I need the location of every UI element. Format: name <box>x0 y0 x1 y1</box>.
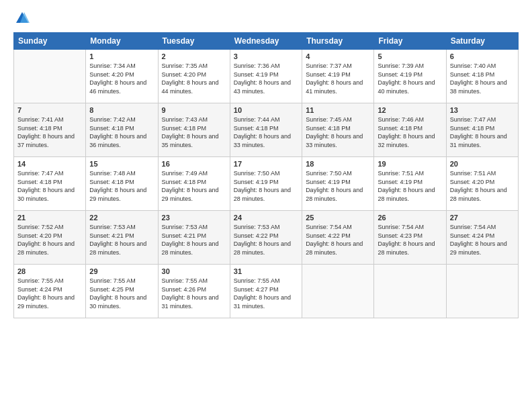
day-number: 3 <box>234 52 298 60</box>
day-number: 2 <box>162 52 226 60</box>
calendar-cell: 6Sunrise: 7:40 AMSunset: 4:18 PMDaylight… <box>446 50 518 103</box>
calendar-cell: 11Sunrise: 7:45 AMSunset: 4:18 PMDayligh… <box>302 103 374 157</box>
cell-info: Sunrise: 7:55 AMSunset: 4:26 PMDaylight:… <box>162 277 226 310</box>
day-header-thursday: Thursday <box>302 33 374 50</box>
calendar-cell: 19Sunrise: 7:51 AMSunset: 4:19 PMDayligh… <box>374 157 446 211</box>
calendar-cell: 8Sunrise: 7:42 AMSunset: 4:18 PMDaylight… <box>86 103 158 157</box>
calendar-cell: 2Sunrise: 7:35 AMSunset: 4:20 PMDaylight… <box>158 50 230 103</box>
cell-info: Sunrise: 7:50 AMSunset: 4:19 PMDaylight:… <box>306 169 370 203</box>
calendar-cell: 23Sunrise: 7:53 AMSunset: 4:21 PMDayligh… <box>158 211 230 265</box>
cell-info: Sunrise: 7:51 AMSunset: 4:20 PMDaylight:… <box>450 169 515 203</box>
day-number: 16 <box>162 160 226 168</box>
calendar-cell: 21Sunrise: 7:52 AMSunset: 4:20 PMDayligh… <box>14 211 86 265</box>
day-header-tuesday: Tuesday <box>158 33 230 50</box>
day-number: 6 <box>450 52 515 60</box>
logo-icon <box>15 11 30 26</box>
cell-info: Sunrise: 7:52 AMSunset: 4:20 PMDaylight:… <box>17 223 82 257</box>
day-header-friday: Friday <box>374 33 446 50</box>
day-number: 28 <box>17 267 82 275</box>
cell-info: Sunrise: 7:54 AMSunset: 4:24 PMDaylight:… <box>450 223 515 257</box>
calendar-cell: 10Sunrise: 7:44 AMSunset: 4:18 PMDayligh… <box>230 103 302 157</box>
calendar-cell <box>446 265 518 318</box>
day-number: 18 <box>306 160 370 168</box>
calendar-cell: 3Sunrise: 7:36 AMSunset: 4:19 PMDaylight… <box>230 50 302 103</box>
logo <box>13 11 30 26</box>
day-number: 4 <box>306 52 370 60</box>
day-number: 9 <box>162 106 226 114</box>
week-row-3: 21Sunrise: 7:52 AMSunset: 4:20 PMDayligh… <box>14 211 519 265</box>
calendar-cell: 25Sunrise: 7:54 AMSunset: 4:22 PMDayligh… <box>302 211 374 265</box>
calendar-cell: 24Sunrise: 7:53 AMSunset: 4:22 PMDayligh… <box>230 211 302 265</box>
cell-info: Sunrise: 7:34 AMSunset: 4:20 PMDaylight:… <box>89 62 154 95</box>
calendar-cell: 29Sunrise: 7:55 AMSunset: 4:25 PMDayligh… <box>86 265 158 318</box>
day-header-monday: Monday <box>86 33 158 50</box>
calendar-cell: 31Sunrise: 7:55 AMSunset: 4:27 PMDayligh… <box>230 265 302 318</box>
cell-info: Sunrise: 7:43 AMSunset: 4:18 PMDaylight:… <box>162 116 226 149</box>
day-number: 10 <box>234 106 298 114</box>
cell-info: Sunrise: 7:53 AMSunset: 4:21 PMDaylight:… <box>162 223 226 257</box>
cell-info: Sunrise: 7:41 AMSunset: 4:18 PMDaylight:… <box>17 116 82 149</box>
calendar-cell <box>374 265 446 318</box>
day-number: 8 <box>89 106 154 114</box>
cell-info: Sunrise: 7:37 AMSunset: 4:19 PMDaylight:… <box>306 62 370 95</box>
week-row-4: 28Sunrise: 7:55 AMSunset: 4:24 PMDayligh… <box>14 265 519 318</box>
cell-info: Sunrise: 7:55 AMSunset: 4:27 PMDaylight:… <box>234 277 298 310</box>
cell-info: Sunrise: 7:40 AMSunset: 4:18 PMDaylight:… <box>450 62 515 95</box>
day-number: 14 <box>17 160 82 168</box>
calendar-cell: 5Sunrise: 7:39 AMSunset: 4:19 PMDaylight… <box>374 50 446 103</box>
day-number: 11 <box>306 106 370 114</box>
cell-info: Sunrise: 7:39 AMSunset: 4:19 PMDaylight:… <box>378 62 442 95</box>
day-number: 24 <box>234 214 298 222</box>
cell-info: Sunrise: 7:36 AMSunset: 4:19 PMDaylight:… <box>234 62 298 95</box>
day-number: 5 <box>378 52 442 60</box>
week-row-0: 1Sunrise: 7:34 AMSunset: 4:20 PMDaylight… <box>14 50 519 103</box>
day-number: 21 <box>17 214 82 222</box>
cell-info: Sunrise: 7:54 AMSunset: 4:23 PMDaylight:… <box>378 223 442 257</box>
day-number: 29 <box>89 267 154 275</box>
calendar-cell: 16Sunrise: 7:49 AMSunset: 4:18 PMDayligh… <box>158 157 230 211</box>
day-number: 7 <box>17 106 82 114</box>
day-number: 20 <box>450 160 515 168</box>
day-number: 27 <box>450 214 515 222</box>
calendar-cell <box>14 50 86 103</box>
calendar-cell: 7Sunrise: 7:41 AMSunset: 4:18 PMDaylight… <box>14 103 86 157</box>
calendar-cell: 30Sunrise: 7:55 AMSunset: 4:26 PMDayligh… <box>158 265 230 318</box>
cell-info: Sunrise: 7:45 AMSunset: 4:18 PMDaylight:… <box>306 116 370 149</box>
calendar: SundayMondayTuesdayWednesdayThursdayFrid… <box>13 32 519 318</box>
cell-info: Sunrise: 7:53 AMSunset: 4:22 PMDaylight:… <box>234 223 298 257</box>
day-number: 1 <box>89 52 154 60</box>
cell-info: Sunrise: 7:51 AMSunset: 4:19 PMDaylight:… <box>378 169 442 203</box>
calendar-cell: 4Sunrise: 7:37 AMSunset: 4:19 PMDaylight… <box>302 50 374 103</box>
calendar-cell: 26Sunrise: 7:54 AMSunset: 4:23 PMDayligh… <box>374 211 446 265</box>
header <box>13 11 519 26</box>
calendar-cell: 14Sunrise: 7:47 AMSunset: 4:18 PMDayligh… <box>14 157 86 211</box>
day-number: 12 <box>378 106 442 114</box>
calendar-cell: 15Sunrise: 7:48 AMSunset: 4:18 PMDayligh… <box>86 157 158 211</box>
week-row-1: 7Sunrise: 7:41 AMSunset: 4:18 PMDaylight… <box>14 103 519 157</box>
calendar-cell: 28Sunrise: 7:55 AMSunset: 4:24 PMDayligh… <box>14 265 86 318</box>
calendar-cell: 9Sunrise: 7:43 AMSunset: 4:18 PMDaylight… <box>158 103 230 157</box>
calendar-cell: 17Sunrise: 7:50 AMSunset: 4:19 PMDayligh… <box>230 157 302 211</box>
day-header-sunday: Sunday <box>14 33 86 50</box>
cell-info: Sunrise: 7:55 AMSunset: 4:24 PMDaylight:… <box>17 277 82 310</box>
calendar-cell <box>302 265 374 318</box>
cell-info: Sunrise: 7:44 AMSunset: 4:18 PMDaylight:… <box>234 116 298 149</box>
page: SundayMondayTuesdayWednesdayThursdayFrid… <box>0 0 532 411</box>
day-number: 23 <box>162 214 226 222</box>
calendar-cell: 12Sunrise: 7:46 AMSunset: 4:18 PMDayligh… <box>374 103 446 157</box>
day-number: 17 <box>234 160 298 168</box>
cell-info: Sunrise: 7:49 AMSunset: 4:18 PMDaylight:… <box>162 169 226 203</box>
calendar-cell: 22Sunrise: 7:53 AMSunset: 4:21 PMDayligh… <box>86 211 158 265</box>
calendar-cell: 1Sunrise: 7:34 AMSunset: 4:20 PMDaylight… <box>86 50 158 103</box>
cell-info: Sunrise: 7:54 AMSunset: 4:22 PMDaylight:… <box>306 223 370 257</box>
header-row: SundayMondayTuesdayWednesdayThursdayFrid… <box>14 33 519 50</box>
cell-info: Sunrise: 7:46 AMSunset: 4:18 PMDaylight:… <box>378 116 442 149</box>
cell-info: Sunrise: 7:42 AMSunset: 4:18 PMDaylight:… <box>89 116 154 149</box>
day-number: 30 <box>162 267 226 275</box>
cell-info: Sunrise: 7:47 AMSunset: 4:18 PMDaylight:… <box>450 116 515 149</box>
cell-info: Sunrise: 7:53 AMSunset: 4:21 PMDaylight:… <box>89 223 154 257</box>
calendar-cell: 18Sunrise: 7:50 AMSunset: 4:19 PMDayligh… <box>302 157 374 211</box>
cell-info: Sunrise: 7:50 AMSunset: 4:19 PMDaylight:… <box>234 169 298 203</box>
cell-info: Sunrise: 7:55 AMSunset: 4:25 PMDaylight:… <box>89 277 154 310</box>
cell-info: Sunrise: 7:47 AMSunset: 4:18 PMDaylight:… <box>17 169 82 203</box>
